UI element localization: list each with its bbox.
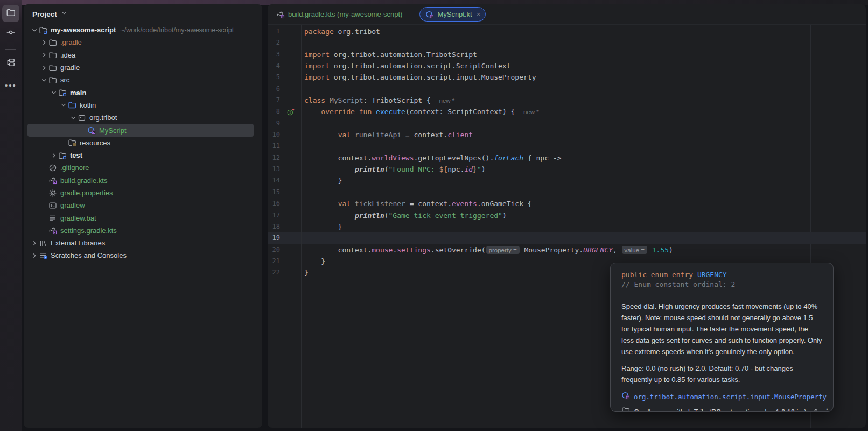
- code-line-16: 16 val tickListener = context.events.onG…: [268, 198, 866, 209]
- chevron-right-icon[interactable]: [39, 64, 48, 72]
- line-number[interactable]: 20: [268, 244, 280, 256]
- tree-item-settings-gradle-kts[interactable]: settings.gradle.kts: [27, 224, 254, 237]
- line-number[interactable]: 7: [268, 95, 280, 106]
- tree-item-label: build.gradle.kts: [60, 176, 107, 185]
- tree-item-my-awesome-script[interactable]: my-awesome-script~/work/code/tribot/my-a…: [27, 24, 254, 36]
- tab-label: MyScript.kt: [437, 10, 472, 18]
- doc-paragraph: Range: 0.0 (no rush) to 2.0. Default: 0.…: [621, 363, 822, 385]
- tree-item-test[interactable]: test: [27, 149, 254, 161]
- line-number[interactable]: 4: [268, 60, 280, 72]
- tree-item-external-libraries[interactable]: External Libraries: [27, 237, 254, 249]
- tool-window-commit-button[interactable]: [2, 25, 19, 42]
- line-number[interactable]: 12: [268, 152, 280, 164]
- tree-item-myscript[interactable]: MyScript: [27, 124, 254, 136]
- line-number[interactable]: 11: [268, 140, 280, 152]
- gutter-slot: [280, 256, 301, 267]
- edit-source-icon[interactable]: [810, 408, 818, 412]
- chevron-down-icon[interactable]: [30, 26, 39, 34]
- chevron-right-icon[interactable]: [30, 239, 39, 247]
- code-text: [301, 232, 866, 244]
- tree-item-scratches-and-consoles[interactable]: Scratches and Consoles: [27, 249, 254, 262]
- code-text: val runeliteApi = context.client: [301, 129, 866, 140]
- tree-item-gradle[interactable]: gradle: [27, 61, 254, 74]
- project-tree: my-awesome-script~/work/code/tribot/my-a…: [24, 24, 262, 262]
- code-line-3: 3import org.tribot.automation.TribotScri…: [268, 49, 866, 60]
- editor-tab-myscript-kt[interactable]: MyScript.kt×: [419, 7, 486, 22]
- more-tool-windows-button[interactable]: •••: [2, 75, 19, 92]
- tree-item-idea[interactable]: .idea: [27, 49, 254, 61]
- line-number[interactable]: 21: [268, 256, 280, 267]
- line-number[interactable]: 16: [268, 198, 280, 209]
- tree-item-org-tribot[interactable]: org.tribot: [27, 111, 254, 124]
- tree-item-gradle[interactable]: .gradle: [27, 36, 254, 48]
- chevron-right-icon[interactable]: [39, 51, 48, 59]
- gutter-slot: [280, 164, 301, 175]
- doc-body: Speed dial. High urgency produces fast m…: [621, 301, 822, 385]
- code-text: class MyScript: TribotScript { new *: [301, 95, 866, 106]
- close-icon[interactable]: ×: [477, 10, 481, 18]
- code-text: }: [301, 221, 866, 232]
- line-number[interactable]: 6: [268, 83, 280, 95]
- commit-icon: [6, 27, 16, 39]
- folder-icon: [48, 63, 57, 72]
- tool-window-project-button[interactable]: [2, 5, 19, 22]
- editor-tab-build-gradle-kts-my-awesome-script[interactable]: build.gradle.kts (my-awesome-script): [271, 10, 408, 19]
- code-line-9: 9: [268, 118, 866, 129]
- code-text: override fun execute(context: ScriptCont…: [301, 106, 866, 117]
- line-number[interactable]: 22: [268, 267, 280, 278]
- tree-item-label: .gradle: [60, 38, 82, 46]
- override-marker-icon[interactable]: [280, 106, 301, 117]
- line-number[interactable]: 8: [268, 106, 280, 117]
- gutter-slot: [280, 267, 301, 278]
- tree-item-main[interactable]: main: [27, 86, 254, 98]
- tree-item-gradlew[interactable]: gradlew: [27, 199, 254, 211]
- tree-item-src[interactable]: src: [27, 74, 254, 86]
- line-number[interactable]: 1: [268, 26, 280, 37]
- code-line-19: 19: [268, 232, 866, 244]
- line-number[interactable]: 10: [268, 129, 280, 140]
- tree-item-build-gradle-kts[interactable]: build.gradle.kts: [27, 174, 254, 187]
- code-line-6: 6: [268, 83, 866, 95]
- code-text: }: [301, 175, 866, 186]
- doc-class-link[interactable]: org.tribot.automation.script.input.Mouse…: [634, 393, 827, 401]
- line-number[interactable]: 17: [268, 210, 280, 221]
- project-panel-header[interactable]: Project: [24, 4, 262, 24]
- chevron-down-icon[interactable]: [60, 9, 68, 19]
- tree-item-gradlew-bat[interactable]: gradlew.bat: [27, 211, 254, 224]
- tree-item-label: gradlew.bat: [60, 214, 96, 222]
- tree-item-kotlin[interactable]: kotlin: [27, 99, 254, 111]
- gutter-slot: [280, 95, 301, 106]
- line-number[interactable]: 5: [268, 72, 280, 83]
- editor-tab-bar: build.gradle.kts (my-awesome-script)MySc…: [268, 4, 866, 25]
- chevron-right-icon[interactable]: [30, 252, 39, 259]
- code-text: import org.tribot.automation.script.Scri…: [301, 60, 866, 72]
- tree-item-label: gradlew: [60, 201, 85, 209]
- tree-item-label: main: [70, 89, 86, 97]
- chevron-down-icon[interactable]: [49, 89, 58, 96]
- chevron-down-icon[interactable]: [39, 76, 48, 84]
- chevron-right-icon[interactable]: [49, 152, 58, 159]
- code-text: [301, 37, 866, 48]
- tree-item-label: gradle: [60, 63, 80, 72]
- code-text: [301, 140, 866, 152]
- tree-item-path: ~/work/code/tribot/my-awesome-script: [120, 26, 234, 34]
- chevron-down-icon[interactable]: [68, 114, 78, 122]
- tree-item-gitignore[interactable]: .gitignore: [27, 161, 254, 174]
- line-number[interactable]: 18: [268, 221, 280, 232]
- gutter-slot: [280, 232, 301, 244]
- line-number[interactable]: 2: [268, 37, 280, 48]
- tree-item-resources[interactable]: resources: [27, 137, 254, 149]
- chevron-right-icon[interactable]: [39, 39, 48, 46]
- line-number[interactable]: 13: [268, 164, 280, 175]
- line-number[interactable]: 19: [268, 232, 280, 244]
- folder-res-icon: [68, 138, 76, 147]
- line-number[interactable]: 14: [268, 175, 280, 186]
- gutter-slot: [280, 129, 301, 140]
- line-number[interactable]: 9: [268, 118, 280, 129]
- tree-item-gradle-properties[interactable]: gradle.properties: [27, 187, 254, 199]
- tool-window-structure-button[interactable]: [2, 55, 19, 72]
- chevron-down-icon[interactable]: [59, 101, 68, 109]
- line-number[interactable]: 15: [268, 187, 280, 198]
- line-number[interactable]: 3: [268, 49, 280, 60]
- more-icon: •••: [5, 81, 17, 90]
